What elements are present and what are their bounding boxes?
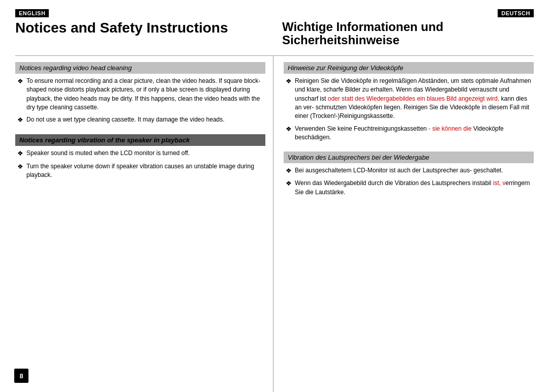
bullet-icon: ❖ bbox=[17, 77, 23, 86]
column-english: Notices regarding video head cleaning ❖ … bbox=[15, 56, 273, 392]
bullet-text: Speaker sound is muted when the LCD moni… bbox=[26, 149, 263, 158]
list-item: ❖ Turn the speaker volume down if speake… bbox=[17, 162, 263, 180]
bullet-text: To ensure normal recording and a clear p… bbox=[26, 77, 263, 112]
bullet-text: Bei ausgeschaltetem LCD-Monitor ist auch… bbox=[295, 166, 532, 175]
bullet-text: Do not use a wet type cleaning cassette.… bbox=[26, 115, 263, 124]
list-item: ❖ Reinigen Sie die Videoköpfe in regelmä… bbox=[286, 77, 532, 121]
bullet-icon: ❖ bbox=[17, 149, 23, 159]
de-section-1: Hinweise zur Reinigung der Videoköpfe ❖ … bbox=[284, 62, 534, 142]
list-item: ❖ Speaker sound is muted when the LCD mo… bbox=[17, 149, 263, 159]
header-right-inner: DEUTSCH bbox=[282, 9, 534, 19]
bullet-text: Verwenden Sie keine Feuchtreinigungskass… bbox=[295, 125, 532, 142]
page: ENGLISH Notices and Safety Instructions … bbox=[0, 0, 549, 392]
list-item: ❖ Verwenden Sie keine Feuchtreinigungska… bbox=[286, 125, 532, 142]
list-item: ❖ Do not use a wet type cleaning cassett… bbox=[17, 115, 263, 125]
bullet-icon: ❖ bbox=[286, 125, 292, 134]
page-number: 8 bbox=[14, 369, 28, 383]
title-en: Notices and Safety Instructions bbox=[15, 20, 267, 36]
bullet-text: Reinigen Sie die Videoköpfe in regelmäßi… bbox=[295, 77, 532, 121]
bullet-text: Turn the speaker volume down if speaker … bbox=[26, 162, 263, 180]
en-section-2: Notices regarding vibration of the speak… bbox=[15, 134, 265, 180]
bullet-text: Wenn das Wiedergabebild durch die Vibrat… bbox=[295, 179, 532, 197]
en-section-1: Notices regarding video head cleaning ❖ … bbox=[15, 62, 265, 125]
bullet-icon: ❖ bbox=[17, 115, 23, 125]
list-item: ❖ To ensure normal recording and a clear… bbox=[17, 77, 263, 112]
content: Notices regarding video head cleaning ❖ … bbox=[0, 56, 549, 392]
de-section2-title: Vibration des Lautsprechers bei der Wied… bbox=[284, 152, 534, 163]
red-text: - sie können die bbox=[429, 125, 472, 132]
list-item: ❖ Bei ausgeschaltetem LCD-Monitor ist au… bbox=[286, 166, 532, 176]
list-item: ❖ Wenn das Wiedergabebild durch die Vibr… bbox=[286, 179, 532, 197]
lang-badge-de: DEUTSCH bbox=[498, 9, 534, 17]
bullet-icon: ❖ bbox=[286, 179, 292, 189]
en-section2-content: ❖ Speaker sound is muted when the LCD mo… bbox=[15, 149, 265, 180]
de-section1-content: ❖ Reinigen Sie die Videoköpfe in regelmä… bbox=[284, 77, 534, 142]
lang-badge-en: ENGLISH bbox=[15, 9, 49, 17]
red-text: oder statt des Wiedergabebildes ein blau… bbox=[328, 95, 500, 102]
header-right: DEUTSCH Wichtige Informationen und Siche… bbox=[267, 9, 534, 47]
de-section2-content: ❖ Bei ausgeschaltetem LCD-Monitor ist au… bbox=[284, 166, 534, 197]
en-section1-title: Notices regarding video head cleaning bbox=[15, 62, 265, 74]
de-section1-title: Hinweise zur Reinigung der Videoköpfe bbox=[284, 62, 534, 74]
header: ENGLISH Notices and Safety Instructions … bbox=[0, 0, 549, 50]
en-section1-content: ❖ To ensure normal recording and a clear… bbox=[15, 77, 265, 125]
red-text: ist, v bbox=[493, 179, 506, 187]
bullet-icon: ❖ bbox=[286, 77, 292, 86]
bullet-icon: ❖ bbox=[17, 162, 23, 172]
de-section-2: Vibration des Lautsprechers bei der Wied… bbox=[284, 152, 534, 197]
column-deutsch: Hinweise zur Reinigung der Videoköpfe ❖ … bbox=[273, 56, 534, 392]
bullet-icon: ❖ bbox=[286, 166, 292, 176]
title-de: Wichtige Informationen und Sicherheitshi… bbox=[282, 20, 534, 47]
header-left: ENGLISH Notices and Safety Instructions bbox=[15, 9, 267, 47]
en-section2-title: Notices regarding vibration of the speak… bbox=[15, 134, 265, 146]
